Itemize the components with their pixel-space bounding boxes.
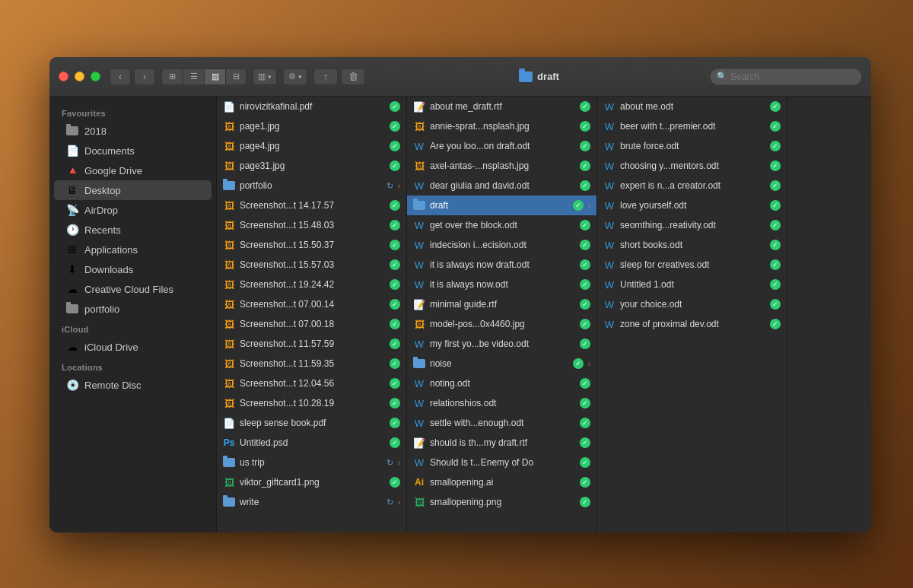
list-item[interactable]: 📄 nirovizitkafinal.pdf ✓ <box>217 97 406 116</box>
file-icon-container <box>223 496 235 508</box>
list-item[interactable]: 🖼 smallopening.png ✓ <box>407 492 596 512</box>
list-item[interactable]: W my first yo...be video.odt ✓ <box>407 334 596 354</box>
list-item[interactable]: 🖼 page31.jpg ✓ <box>217 156 406 176</box>
sidebar-item-2018[interactable]: 2018 <box>54 121 212 141</box>
list-item[interactable]: 📝 about me_draft.rtf ✓ <box>407 97 596 116</box>
list-item[interactable]: W noting.odt ✓ <box>407 373 596 393</box>
list-item[interactable]: 🖼 Screenshot...t 07.00.14 ✓ <box>217 294 406 314</box>
sync-badge: ✓ <box>770 161 781 171</box>
list-item[interactable]: W short books.odt ✓ <box>597 235 787 255</box>
list-item[interactable]: 🖼 Screenshot...t 19.24.42 ✓ <box>217 275 406 294</box>
column-3: W about me.odt ✓ W beer with t...premier… <box>597 97 787 532</box>
sidebar-item-desktop[interactable]: 🖥 Desktop <box>54 180 212 200</box>
list-item[interactable]: draft ✓ › <box>407 195 596 215</box>
list-item[interactable]: 🖼 Screenshot...t 11.59.35 ✓ <box>217 354 406 373</box>
minimize-button[interactable] <box>75 72 84 81</box>
list-item[interactable]: 🖼 page1.jpg ✓ <box>217 116 406 136</box>
list-item[interactable]: 📝 minimal guide.rtf ✓ <box>407 294 596 314</box>
list-item[interactable]: W Should Is t...Enemy of Do ✓ <box>407 453 596 472</box>
list-item[interactable]: Ai smallopening.ai ✓ <box>407 472 596 492</box>
forward-button[interactable]: › <box>134 68 155 85</box>
sidebar-item-documents[interactable]: 📄 Documents <box>54 141 212 161</box>
list-item[interactable]: 🖼 model-pos...0x4460.jpg ✓ <box>407 314 596 334</box>
list-item[interactable]: W beer with t...premier.odt ✓ <box>597 116 787 136</box>
icon-view-button[interactable]: ⊞ <box>161 68 183 85</box>
sidebar-item-recents[interactable]: 🕐 Recents <box>54 220 212 240</box>
search-input[interactable] <box>730 72 855 82</box>
column-view-button[interactable]: ▥ <box>204 68 225 85</box>
list-item[interactable]: W brute force.odt ✓ <box>597 136 787 156</box>
list-item[interactable]: 🖼 page4.jpg ✓ <box>217 136 406 156</box>
file-icon-container: 🖼 <box>223 377 235 389</box>
back-button[interactable]: ‹ <box>110 68 131 85</box>
file-name: about me_draft.rtf <box>430 101 575 112</box>
img-icon: 🖼 <box>224 398 234 409</box>
list-item[interactable]: W Are you loo...on draft.odt ✓ <box>407 136 596 156</box>
action-dropdown[interactable]: ⚙▾ <box>283 68 307 85</box>
list-item[interactable]: portfolio ↻ › <box>217 176 406 195</box>
file-name: your choice.odt <box>620 299 765 310</box>
list-item[interactable]: us trip ↻ › <box>217 453 406 472</box>
list-item[interactable]: 🖼 annie-sprat...nsplash.jpg ✓ <box>407 116 596 136</box>
close-button[interactable] <box>59 72 68 81</box>
delete-button[interactable]: 🗑 <box>341 68 365 85</box>
sidebar-item-applications[interactable]: ⊞ Applications <box>54 240 212 259</box>
sidebar-item-portfolio[interactable]: portfolio <box>54 299 212 319</box>
list-item[interactable]: 🖼 Screenshot...t 15.50.37 ✓ <box>217 235 406 255</box>
list-item[interactable]: W get over the block.odt ✓ <box>407 215 596 235</box>
list-item[interactable]: write ↻ › <box>217 492 406 512</box>
sidebar-item-downloads[interactable]: ⬇ Downloads <box>54 259 212 279</box>
sidebar-item-remote-disc[interactable]: 💿 Remote Disc <box>54 375 212 395</box>
list-view-button[interactable]: ☰ <box>183 68 204 85</box>
list-item[interactable]: Ps Untitled.psd ✓ <box>217 433 406 453</box>
list-item[interactable]: 🖼 Screenshot...t 15.48.03 ✓ <box>217 215 406 235</box>
sync-badge: ✓ <box>580 338 590 349</box>
list-item[interactable]: W zone of proximal dev.odt ✓ <box>597 314 787 334</box>
list-item[interactable]: W love yourself.odt ✓ <box>597 195 787 215</box>
file-icon-container: 🖼 <box>223 298 235 310</box>
odt-icon: W <box>605 259 614 271</box>
list-item[interactable]: 🖼 Screenshot...t 14.17.57 ✓ <box>217 195 406 215</box>
list-item[interactable]: W expert is n...a creator.odt ✓ <box>597 176 787 195</box>
list-item[interactable]: 📝 should is th...my draft.rtf ✓ <box>407 433 596 453</box>
list-item[interactable]: 🖼 Screenshot...t 07.00.18 ✓ <box>217 314 406 334</box>
list-item[interactable]: 🖼 Screenshot...t 10.28.19 ✓ <box>217 393 406 413</box>
file-name: nirovizitkafinal.pdf <box>240 101 385 112</box>
list-item[interactable]: W settle with...enough.odt ✓ <box>407 413 596 433</box>
list-item[interactable]: W it is always now.odt ✓ <box>407 275 596 294</box>
list-item[interactable]: W indecision i...ecision.odt ✓ <box>407 235 596 255</box>
file-icon-container: 🖼 <box>413 318 425 330</box>
list-item[interactable]: W choosing y...mentors.odt ✓ <box>597 156 787 176</box>
sidebar-item-icloud-drive[interactable]: ☁ iCloud Drive <box>54 337 212 357</box>
list-item[interactable]: W Untitled 1.odt ✓ <box>597 275 787 294</box>
share-button[interactable]: ↑ <box>313 68 338 85</box>
odt-icon: W <box>415 279 424 291</box>
list-item[interactable]: W it is always now draft.odt ✓ <box>407 255 596 275</box>
sync-badge: ✓ <box>770 259 781 270</box>
search-box[interactable]: 🔍 <box>710 68 862 85</box>
list-item[interactable]: W your choice.odt ✓ <box>597 294 787 314</box>
list-item[interactable]: W seomthing...reativity.odt ✓ <box>597 215 787 235</box>
list-item[interactable]: W relationshios.odt ✓ <box>407 393 596 413</box>
maximize-button[interactable] <box>91 72 100 81</box>
list-item[interactable]: W sleep for creatives.odt ✓ <box>597 255 787 275</box>
sync-badge: ✓ <box>770 121 781 132</box>
sidebar-item-google-drive[interactable]: 🔺 Google Drive <box>54 161 212 180</box>
list-item[interactable]: 🖼 axel-antas-...nsplash.jpg ✓ <box>407 156 596 176</box>
sidebar-item-creative-cloud[interactable]: ☁ Creative Cloud Files <box>54 279 212 299</box>
view-options-dropdown[interactable]: ▥▾ <box>253 68 277 85</box>
list-item[interactable]: W about me.odt ✓ <box>597 97 787 116</box>
gallery-view-button[interactable]: ⊟ <box>225 68 247 85</box>
file-icon-container: W <box>413 278 425 291</box>
list-item[interactable]: 🖼 Screenshot...t 11.57.59 ✓ <box>217 334 406 354</box>
list-item[interactable]: 🖼 Screenshot...t 15.57.03 ✓ <box>217 255 406 275</box>
sidebar-item-airdrop[interactable]: 📡 AirDrop <box>54 200 212 220</box>
file-icon-container: 🖼 <box>223 476 235 488</box>
list-item[interactable]: 🖼 viktor_giftcard1.png ✓ <box>217 472 406 492</box>
list-item[interactable]: noise ✓ › <box>407 354 596 373</box>
file-icon-container: 🖼 <box>223 219 235 231</box>
list-item[interactable]: 🖼 Screenshot...t 12.04.56 ✓ <box>217 373 406 393</box>
list-item[interactable]: W dear giulia and david.odt ✓ <box>407 176 596 195</box>
img-icon: 🖼 <box>224 200 234 211</box>
list-item[interactable]: 📄 sleep sense book.pdf ✓ <box>217 413 406 433</box>
